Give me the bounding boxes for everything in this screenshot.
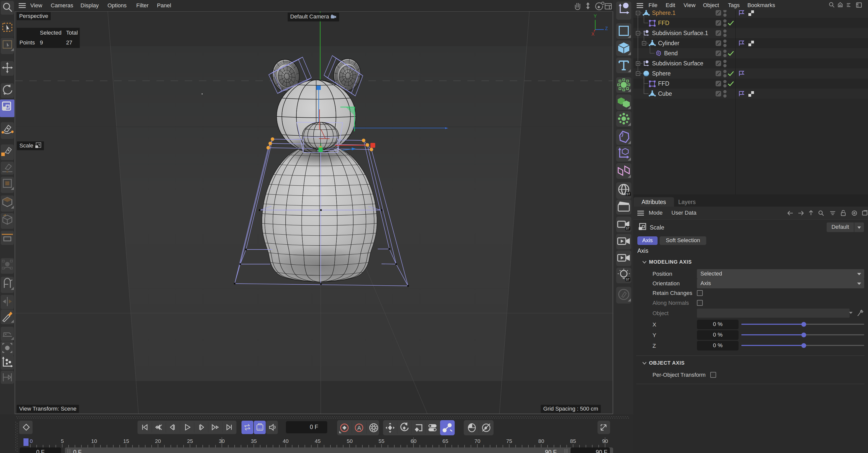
svg-text:FFD: FFD [658, 20, 670, 26]
svg-text:10: 10 [91, 438, 97, 444]
svg-text:Sphere.1: Sphere.1 [652, 10, 676, 16]
svg-text:Bend: Bend [664, 50, 678, 57]
svg-text:70: 70 [474, 438, 480, 444]
svg-text:X: X [591, 32, 594, 37]
svg-text:20: 20 [155, 438, 161, 444]
svg-text:5: 5 [61, 438, 64, 444]
svg-text:Subdivision Surface: Subdivision Surface [652, 60, 703, 67]
svg-text:ST: ST [626, 278, 630, 281]
svg-text:75: 75 [506, 438, 512, 444]
svg-text:Cylinder: Cylinder [658, 40, 680, 47]
svg-text:Y: Y [594, 13, 597, 19]
svg-text:50: 50 [347, 438, 352, 444]
svg-text:0: 0 [30, 438, 33, 444]
svg-text:Sphere: Sphere [652, 70, 671, 77]
svg-text:85: 85 [570, 438, 576, 444]
svg-text:65: 65 [442, 438, 448, 444]
svg-text:25: 25 [187, 438, 193, 444]
svg-text:FFD: FFD [658, 80, 670, 87]
svg-text:A: A [357, 425, 361, 431]
svg-text:35: 35 [251, 438, 257, 444]
svg-text:Subdivision Surface.1: Subdivision Surface.1 [652, 30, 708, 36]
svg-text:15: 15 [123, 438, 129, 444]
svg-text:45: 45 [315, 438, 320, 444]
svg-text:40: 40 [283, 438, 288, 444]
svg-text:80: 80 [538, 438, 544, 444]
svg-text:Z: Z [605, 26, 608, 31]
svg-text:Cube: Cube [658, 90, 672, 97]
svg-text:ST: ST [626, 192, 630, 196]
svg-text:ST: ST [626, 227, 630, 230]
svg-text:55: 55 [378, 438, 384, 444]
